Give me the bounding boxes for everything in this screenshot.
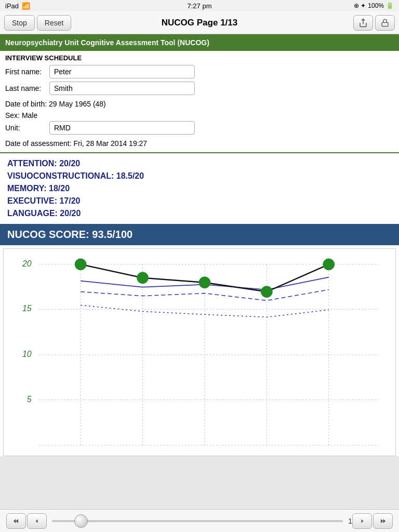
svg-point-17 [75,259,86,270]
memory-score: MEMORY: 18/20 [7,182,392,195]
status-bar: iPad 📶 7:27 pm ⊕ ✦ 100% 🔋 [0,0,399,11]
reset-button[interactable]: Reset [37,15,72,31]
visuoconstructional-score: VISUOCONSTRUCTIONAL: 18.5/20 [7,170,392,182]
svg-point-19 [199,277,210,288]
dob-label: Date of birth: [5,100,47,108]
total-score-bar: NUCOG SCORE: 93.5/100 [0,224,399,245]
svg-marker-24 [36,519,38,523]
device-label: iPad [5,2,19,10]
nav-title: NUCOG Page 1/13 [162,18,237,28]
svg-point-18 [137,272,149,284]
svg-text:15: 15 [22,304,32,313]
sex-row: Sex: Male [5,110,394,121]
section-header: Neuropsychiatry Unit Cognitive Assessmen… [0,34,399,51]
unit-input[interactable] [49,121,195,135]
lock-button[interactable] [375,15,395,31]
share-button[interactable] [353,15,373,31]
svg-marker-25 [362,519,364,523]
fast-forward-icon [379,517,387,525]
language-score: LANGUAGE: 20/20 [7,207,392,220]
form-section-title: INTERVIEW SCHEDULE [5,54,394,62]
unit-label: Unit: [5,124,49,132]
nav-bar: Stop Reset NUCOG Page 1/13 [0,11,399,34]
first-name-input[interactable] [49,65,195,78]
attention-score: ATTENTION: 20/20 [7,157,392,170]
status-time: 7:27 pm [188,2,212,10]
lock-icon [381,18,389,28]
first-page-button[interactable] [6,513,26,529]
form-section: INTERVIEW SCHEDULE First name: Last name… [0,51,399,153]
last-name-input[interactable] [49,82,195,95]
scores-section: ATTENTION: 20/20 VISUOCONSTRUCTIONAL: 18… [0,153,399,224]
status-left: iPad 📶 [5,2,30,10]
sex-value: Male [22,111,37,119]
unit-row: Unit: [5,121,394,135]
svg-point-21 [323,259,335,270]
svg-point-20 [261,286,272,298]
svg-rect-1 [382,22,388,26]
svg-marker-23 [14,518,16,523]
first-name-label: First name: [5,68,49,76]
nav-left-buttons: Stop Reset [4,15,71,31]
bottom-bar: 1 [0,509,399,532]
last-name-label: Last name: [5,84,49,92]
slider-container [52,520,343,522]
nav-right-buttons [353,15,395,31]
executive-score: EXECUTIVE: 17/20 [7,195,392,207]
sex-label: Sex: [5,111,20,119]
backward-icon [34,517,40,525]
forward-icon [359,517,365,525]
date-assess-value: Fri, 28 Mar 2014 19:27 [74,139,148,148]
svg-text:20: 20 [22,259,32,268]
share-icon [358,18,368,28]
svg-marker-22 [16,518,18,523]
svg-marker-26 [381,518,383,523]
content-area: Neuropsychiatry Unit Cognitive Assessmen… [0,34,399,456]
next-page-button[interactable] [352,513,372,529]
bottom-nav-right [352,513,393,529]
chart-container: 20 15 10 5 [3,248,396,456]
first-name-row: First name: [5,65,394,78]
prev-page-button[interactable] [27,513,47,529]
dob-row: Date of birth: 29 May 1965 (48) [5,98,394,110]
stop-button[interactable]: Stop [4,15,35,31]
wifi-icon: 📶 [22,2,30,10]
date-assess-label: Date of assessment: [5,139,72,148]
dob-value: 29 May 1965 (48) [49,100,106,108]
slider-thumb[interactable] [74,514,88,528]
date-assess-row: Date of assessment: Fri, 28 Mar 2014 19:… [5,138,394,149]
page-number: 1 [348,517,352,525]
battery-label: 100% [368,2,384,9]
bottom-nav-left [6,513,47,529]
svg-text:10: 10 [22,350,32,358]
chart-svg: 20 15 10 5 [4,249,395,456]
status-right: ⊕ ✦ 100% 🔋 [354,2,394,9]
status-icons: ⊕ ✦ [354,2,366,9]
svg-marker-27 [383,518,386,523]
battery-icon: 🔋 [386,2,394,9]
svg-text:5: 5 [27,395,32,404]
slider-track[interactable] [52,520,343,522]
last-name-row: Last name: [5,82,394,95]
fast-backward-icon [12,517,20,525]
last-page-button[interactable] [373,513,393,529]
